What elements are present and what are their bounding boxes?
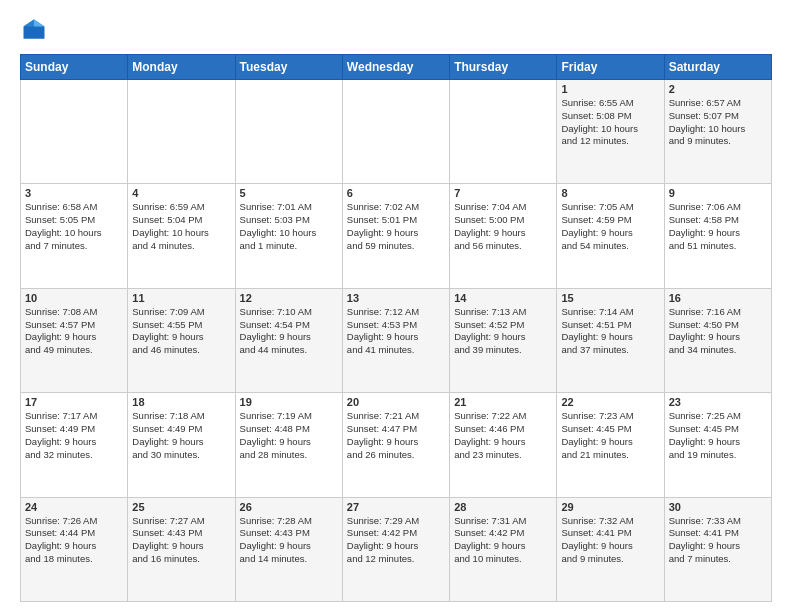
day-number: 13 <box>347 292 445 304</box>
day-info: Sunrise: 7:31 AM Sunset: 4:42 PM Dayligh… <box>454 515 552 566</box>
day-number: 21 <box>454 396 552 408</box>
calendar-cell: 6Sunrise: 7:02 AM Sunset: 5:01 PM Daylig… <box>342 184 449 288</box>
svg-marker-2 <box>24 20 35 27</box>
calendar-cell: 5Sunrise: 7:01 AM Sunset: 5:03 PM Daylig… <box>235 184 342 288</box>
day-number: 9 <box>669 187 767 199</box>
day-info: Sunrise: 7:17 AM Sunset: 4:49 PM Dayligh… <box>25 410 123 461</box>
calendar-header-row: SundayMondayTuesdayWednesdayThursdayFrid… <box>21 55 772 80</box>
day-number: 6 <box>347 187 445 199</box>
calendar-cell: 9Sunrise: 7:06 AM Sunset: 4:58 PM Daylig… <box>664 184 771 288</box>
day-info: Sunrise: 6:57 AM Sunset: 5:07 PM Dayligh… <box>669 97 767 148</box>
calendar-cell: 7Sunrise: 7:04 AM Sunset: 5:00 PM Daylig… <box>450 184 557 288</box>
day-info: Sunrise: 7:04 AM Sunset: 5:00 PM Dayligh… <box>454 201 552 252</box>
calendar-cell: 21Sunrise: 7:22 AM Sunset: 4:46 PM Dayli… <box>450 393 557 497</box>
calendar-cell: 11Sunrise: 7:09 AM Sunset: 4:55 PM Dayli… <box>128 288 235 392</box>
day-info: Sunrise: 7:08 AM Sunset: 4:57 PM Dayligh… <box>25 306 123 357</box>
calendar-cell: 17Sunrise: 7:17 AM Sunset: 4:49 PM Dayli… <box>21 393 128 497</box>
day-number: 20 <box>347 396 445 408</box>
day-info: Sunrise: 7:25 AM Sunset: 4:45 PM Dayligh… <box>669 410 767 461</box>
calendar-cell: 20Sunrise: 7:21 AM Sunset: 4:47 PM Dayli… <box>342 393 449 497</box>
day-number: 29 <box>561 501 659 513</box>
calendar-week-row: 17Sunrise: 7:17 AM Sunset: 4:49 PM Dayli… <box>21 393 772 497</box>
day-number: 16 <box>669 292 767 304</box>
day-number: 22 <box>561 396 659 408</box>
calendar-cell <box>235 80 342 184</box>
day-number: 10 <box>25 292 123 304</box>
calendar-cell: 13Sunrise: 7:12 AM Sunset: 4:53 PM Dayli… <box>342 288 449 392</box>
day-number: 12 <box>240 292 338 304</box>
calendar-cell: 27Sunrise: 7:29 AM Sunset: 4:42 PM Dayli… <box>342 497 449 601</box>
calendar-cell: 28Sunrise: 7:31 AM Sunset: 4:42 PM Dayli… <box>450 497 557 601</box>
day-number: 27 <box>347 501 445 513</box>
day-info: Sunrise: 7:10 AM Sunset: 4:54 PM Dayligh… <box>240 306 338 357</box>
calendar-week-row: 3Sunrise: 6:58 AM Sunset: 5:05 PM Daylig… <box>21 184 772 288</box>
calendar-cell: 1Sunrise: 6:55 AM Sunset: 5:08 PM Daylig… <box>557 80 664 184</box>
day-info: Sunrise: 6:58 AM Sunset: 5:05 PM Dayligh… <box>25 201 123 252</box>
day-number: 11 <box>132 292 230 304</box>
calendar-cell: 10Sunrise: 7:08 AM Sunset: 4:57 PM Dayli… <box>21 288 128 392</box>
day-info: Sunrise: 7:33 AM Sunset: 4:41 PM Dayligh… <box>669 515 767 566</box>
day-number: 17 <box>25 396 123 408</box>
day-number: 15 <box>561 292 659 304</box>
day-number: 8 <box>561 187 659 199</box>
day-info: Sunrise: 7:23 AM Sunset: 4:45 PM Dayligh… <box>561 410 659 461</box>
calendar-cell: 24Sunrise: 7:26 AM Sunset: 4:44 PM Dayli… <box>21 497 128 601</box>
calendar-cell: 16Sunrise: 7:16 AM Sunset: 4:50 PM Dayli… <box>664 288 771 392</box>
day-info: Sunrise: 7:22 AM Sunset: 4:46 PM Dayligh… <box>454 410 552 461</box>
logo-icon <box>20 16 48 44</box>
calendar-cell <box>21 80 128 184</box>
day-info: Sunrise: 7:14 AM Sunset: 4:51 PM Dayligh… <box>561 306 659 357</box>
day-info: Sunrise: 7:32 AM Sunset: 4:41 PM Dayligh… <box>561 515 659 566</box>
calendar-week-row: 24Sunrise: 7:26 AM Sunset: 4:44 PM Dayli… <box>21 497 772 601</box>
day-info: Sunrise: 7:06 AM Sunset: 4:58 PM Dayligh… <box>669 201 767 252</box>
day-number: 30 <box>669 501 767 513</box>
day-info: Sunrise: 7:02 AM Sunset: 5:01 PM Dayligh… <box>347 201 445 252</box>
calendar-cell: 26Sunrise: 7:28 AM Sunset: 4:43 PM Dayli… <box>235 497 342 601</box>
calendar-day-header: Friday <box>557 55 664 80</box>
calendar-day-header: Saturday <box>664 55 771 80</box>
page-header <box>20 16 772 44</box>
day-number: 19 <box>240 396 338 408</box>
calendar-cell: 23Sunrise: 7:25 AM Sunset: 4:45 PM Dayli… <box>664 393 771 497</box>
day-number: 2 <box>669 83 767 95</box>
day-info: Sunrise: 7:27 AM Sunset: 4:43 PM Dayligh… <box>132 515 230 566</box>
day-number: 26 <box>240 501 338 513</box>
calendar-cell <box>128 80 235 184</box>
day-number: 24 <box>25 501 123 513</box>
day-info: Sunrise: 7:09 AM Sunset: 4:55 PM Dayligh… <box>132 306 230 357</box>
svg-marker-1 <box>34 20 45 27</box>
day-number: 3 <box>25 187 123 199</box>
logo <box>20 16 52 44</box>
day-number: 23 <box>669 396 767 408</box>
day-info: Sunrise: 7:13 AM Sunset: 4:52 PM Dayligh… <box>454 306 552 357</box>
calendar-cell: 18Sunrise: 7:18 AM Sunset: 4:49 PM Dayli… <box>128 393 235 497</box>
day-number: 25 <box>132 501 230 513</box>
calendar-day-header: Wednesday <box>342 55 449 80</box>
calendar-day-header: Monday <box>128 55 235 80</box>
calendar-cell: 14Sunrise: 7:13 AM Sunset: 4:52 PM Dayli… <box>450 288 557 392</box>
day-number: 7 <box>454 187 552 199</box>
day-info: Sunrise: 7:21 AM Sunset: 4:47 PM Dayligh… <box>347 410 445 461</box>
calendar-day-header: Sunday <box>21 55 128 80</box>
page: SundayMondayTuesdayWednesdayThursdayFrid… <box>0 0 792 612</box>
calendar-cell: 8Sunrise: 7:05 AM Sunset: 4:59 PM Daylig… <box>557 184 664 288</box>
day-number: 5 <box>240 187 338 199</box>
day-info: Sunrise: 7:28 AM Sunset: 4:43 PM Dayligh… <box>240 515 338 566</box>
day-info: Sunrise: 7:26 AM Sunset: 4:44 PM Dayligh… <box>25 515 123 566</box>
calendar-cell: 15Sunrise: 7:14 AM Sunset: 4:51 PM Dayli… <box>557 288 664 392</box>
calendar-cell: 19Sunrise: 7:19 AM Sunset: 4:48 PM Dayli… <box>235 393 342 497</box>
calendar-cell: 30Sunrise: 7:33 AM Sunset: 4:41 PM Dayli… <box>664 497 771 601</box>
day-number: 4 <box>132 187 230 199</box>
calendar-cell: 25Sunrise: 7:27 AM Sunset: 4:43 PM Dayli… <box>128 497 235 601</box>
day-info: Sunrise: 7:05 AM Sunset: 4:59 PM Dayligh… <box>561 201 659 252</box>
calendar-cell: 12Sunrise: 7:10 AM Sunset: 4:54 PM Dayli… <box>235 288 342 392</box>
day-number: 1 <box>561 83 659 95</box>
day-info: Sunrise: 7:29 AM Sunset: 4:42 PM Dayligh… <box>347 515 445 566</box>
day-info: Sunrise: 6:55 AM Sunset: 5:08 PM Dayligh… <box>561 97 659 148</box>
day-info: Sunrise: 7:12 AM Sunset: 4:53 PM Dayligh… <box>347 306 445 357</box>
calendar-week-row: 1Sunrise: 6:55 AM Sunset: 5:08 PM Daylig… <box>21 80 772 184</box>
day-info: Sunrise: 7:18 AM Sunset: 4:49 PM Dayligh… <box>132 410 230 461</box>
calendar-cell: 29Sunrise: 7:32 AM Sunset: 4:41 PM Dayli… <box>557 497 664 601</box>
day-info: Sunrise: 7:16 AM Sunset: 4:50 PM Dayligh… <box>669 306 767 357</box>
day-info: Sunrise: 6:59 AM Sunset: 5:04 PM Dayligh… <box>132 201 230 252</box>
